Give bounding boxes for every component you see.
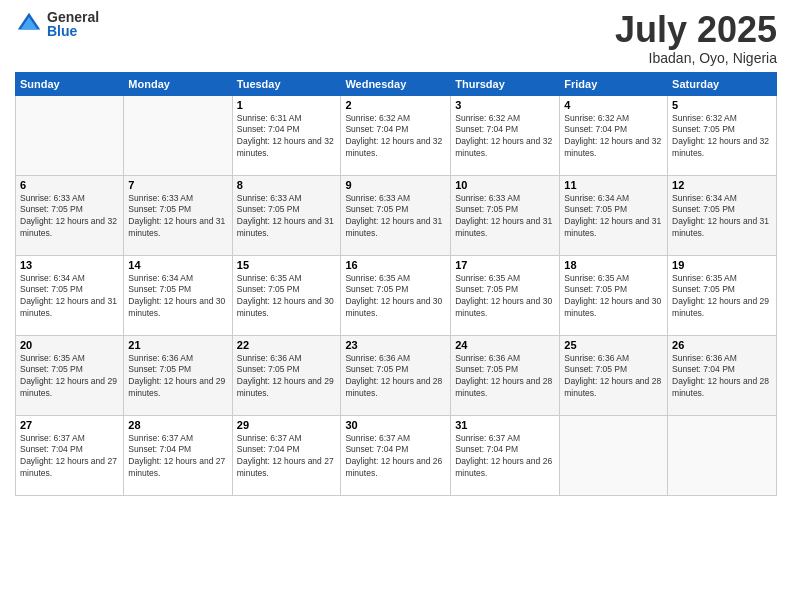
day-number: 16	[345, 259, 446, 271]
calendar-cell: 28Sunrise: 6:37 AM Sunset: 7:04 PM Dayli…	[124, 415, 232, 495]
calendar-cell: 8Sunrise: 6:33 AM Sunset: 7:05 PM Daylig…	[232, 175, 341, 255]
calendar-week-3: 13Sunrise: 6:34 AM Sunset: 7:05 PM Dayli…	[16, 255, 777, 335]
day-number: 1	[237, 99, 337, 111]
day-info: Sunrise: 6:31 AM Sunset: 7:04 PM Dayligh…	[237, 113, 337, 161]
col-sunday: Sunday	[16, 72, 124, 95]
day-info: Sunrise: 6:32 AM Sunset: 7:05 PM Dayligh…	[672, 113, 772, 161]
calendar-cell: 18Sunrise: 6:35 AM Sunset: 7:05 PM Dayli…	[560, 255, 668, 335]
day-info: Sunrise: 6:33 AM Sunset: 7:05 PM Dayligh…	[20, 193, 119, 241]
calendar-cell: 14Sunrise: 6:34 AM Sunset: 7:05 PM Dayli…	[124, 255, 232, 335]
day-number: 6	[20, 179, 119, 191]
calendar-cell: 31Sunrise: 6:37 AM Sunset: 7:04 PM Dayli…	[451, 415, 560, 495]
day-number: 19	[672, 259, 772, 271]
day-number: 4	[564, 99, 663, 111]
col-monday: Monday	[124, 72, 232, 95]
day-info: Sunrise: 6:32 AM Sunset: 7:04 PM Dayligh…	[455, 113, 555, 161]
day-number: 3	[455, 99, 555, 111]
day-number: 22	[237, 339, 337, 351]
day-number: 21	[128, 339, 227, 351]
day-number: 5	[672, 99, 772, 111]
day-number: 26	[672, 339, 772, 351]
day-info: Sunrise: 6:34 AM Sunset: 7:05 PM Dayligh…	[20, 273, 119, 321]
day-info: Sunrise: 6:37 AM Sunset: 7:04 PM Dayligh…	[237, 433, 337, 481]
calendar-cell: 16Sunrise: 6:35 AM Sunset: 7:05 PM Dayli…	[341, 255, 451, 335]
day-number: 15	[237, 259, 337, 271]
day-info: Sunrise: 6:34 AM Sunset: 7:05 PM Dayligh…	[564, 193, 663, 241]
day-number: 9	[345, 179, 446, 191]
header: General Blue July 2025 Ibadan, Oyo, Nige…	[15, 10, 777, 66]
col-saturday: Saturday	[668, 72, 777, 95]
calendar-cell: 6Sunrise: 6:33 AM Sunset: 7:05 PM Daylig…	[16, 175, 124, 255]
calendar-cell: 22Sunrise: 6:36 AM Sunset: 7:05 PM Dayli…	[232, 335, 341, 415]
calendar-cell: 25Sunrise: 6:36 AM Sunset: 7:05 PM Dayli…	[560, 335, 668, 415]
day-number: 13	[20, 259, 119, 271]
title-block: July 2025 Ibadan, Oyo, Nigeria	[615, 10, 777, 66]
calendar-cell	[16, 95, 124, 175]
day-number: 12	[672, 179, 772, 191]
day-number: 27	[20, 419, 119, 431]
col-friday: Friday	[560, 72, 668, 95]
day-info: Sunrise: 6:35 AM Sunset: 7:05 PM Dayligh…	[20, 353, 119, 401]
day-info: Sunrise: 6:36 AM Sunset: 7:04 PM Dayligh…	[672, 353, 772, 401]
logo-blue: Blue	[47, 24, 99, 38]
day-number: 7	[128, 179, 227, 191]
day-number: 18	[564, 259, 663, 271]
calendar-cell: 30Sunrise: 6:37 AM Sunset: 7:04 PM Dayli…	[341, 415, 451, 495]
day-info: Sunrise: 6:36 AM Sunset: 7:05 PM Dayligh…	[564, 353, 663, 401]
col-wednesday: Wednesday	[341, 72, 451, 95]
calendar-cell: 24Sunrise: 6:36 AM Sunset: 7:05 PM Dayli…	[451, 335, 560, 415]
day-number: 23	[345, 339, 446, 351]
calendar-cell: 1Sunrise: 6:31 AM Sunset: 7:04 PM Daylig…	[232, 95, 341, 175]
day-info: Sunrise: 6:33 AM Sunset: 7:05 PM Dayligh…	[237, 193, 337, 241]
calendar-cell: 15Sunrise: 6:35 AM Sunset: 7:05 PM Dayli…	[232, 255, 341, 335]
calendar-cell: 11Sunrise: 6:34 AM Sunset: 7:05 PM Dayli…	[560, 175, 668, 255]
day-info: Sunrise: 6:33 AM Sunset: 7:05 PM Dayligh…	[345, 193, 446, 241]
calendar-cell: 19Sunrise: 6:35 AM Sunset: 7:05 PM Dayli…	[668, 255, 777, 335]
calendar-week-1: 1Sunrise: 6:31 AM Sunset: 7:04 PM Daylig…	[16, 95, 777, 175]
day-number: 2	[345, 99, 446, 111]
logo-icon	[15, 10, 43, 38]
calendar-cell: 13Sunrise: 6:34 AM Sunset: 7:05 PM Dayli…	[16, 255, 124, 335]
col-thursday: Thursday	[451, 72, 560, 95]
calendar-cell	[668, 415, 777, 495]
day-number: 14	[128, 259, 227, 271]
day-number: 17	[455, 259, 555, 271]
day-info: Sunrise: 6:34 AM Sunset: 7:05 PM Dayligh…	[128, 273, 227, 321]
calendar-cell: 3Sunrise: 6:32 AM Sunset: 7:04 PM Daylig…	[451, 95, 560, 175]
calendar-cell: 5Sunrise: 6:32 AM Sunset: 7:05 PM Daylig…	[668, 95, 777, 175]
day-number: 30	[345, 419, 446, 431]
calendar-cell: 26Sunrise: 6:36 AM Sunset: 7:04 PM Dayli…	[668, 335, 777, 415]
logo-general: General	[47, 10, 99, 24]
day-info: Sunrise: 6:37 AM Sunset: 7:04 PM Dayligh…	[345, 433, 446, 481]
day-number: 24	[455, 339, 555, 351]
day-info: Sunrise: 6:33 AM Sunset: 7:05 PM Dayligh…	[455, 193, 555, 241]
calendar-cell: 20Sunrise: 6:35 AM Sunset: 7:05 PM Dayli…	[16, 335, 124, 415]
day-info: Sunrise: 6:36 AM Sunset: 7:05 PM Dayligh…	[455, 353, 555, 401]
day-info: Sunrise: 6:36 AM Sunset: 7:05 PM Dayligh…	[128, 353, 227, 401]
calendar-cell: 21Sunrise: 6:36 AM Sunset: 7:05 PM Dayli…	[124, 335, 232, 415]
calendar-cell	[124, 95, 232, 175]
logo: General Blue	[15, 10, 99, 38]
day-number: 31	[455, 419, 555, 431]
calendar: Sunday Monday Tuesday Wednesday Thursday…	[15, 72, 777, 496]
location: Ibadan, Oyo, Nigeria	[615, 50, 777, 66]
calendar-cell: 17Sunrise: 6:35 AM Sunset: 7:05 PM Dayli…	[451, 255, 560, 335]
day-number: 25	[564, 339, 663, 351]
calendar-cell: 12Sunrise: 6:34 AM Sunset: 7:05 PM Dayli…	[668, 175, 777, 255]
day-info: Sunrise: 6:35 AM Sunset: 7:05 PM Dayligh…	[564, 273, 663, 321]
calendar-cell: 4Sunrise: 6:32 AM Sunset: 7:04 PM Daylig…	[560, 95, 668, 175]
calendar-cell	[560, 415, 668, 495]
calendar-cell: 29Sunrise: 6:37 AM Sunset: 7:04 PM Dayli…	[232, 415, 341, 495]
day-info: Sunrise: 6:37 AM Sunset: 7:04 PM Dayligh…	[128, 433, 227, 481]
calendar-header-row: Sunday Monday Tuesday Wednesday Thursday…	[16, 72, 777, 95]
page-container: General Blue July 2025 Ibadan, Oyo, Nige…	[0, 0, 792, 506]
calendar-cell: 2Sunrise: 6:32 AM Sunset: 7:04 PM Daylig…	[341, 95, 451, 175]
logo-text: General Blue	[47, 10, 99, 38]
day-info: Sunrise: 6:35 AM Sunset: 7:05 PM Dayligh…	[672, 273, 772, 321]
day-info: Sunrise: 6:33 AM Sunset: 7:05 PM Dayligh…	[128, 193, 227, 241]
day-number: 28	[128, 419, 227, 431]
day-info: Sunrise: 6:35 AM Sunset: 7:05 PM Dayligh…	[237, 273, 337, 321]
day-info: Sunrise: 6:35 AM Sunset: 7:05 PM Dayligh…	[345, 273, 446, 321]
calendar-week-2: 6Sunrise: 6:33 AM Sunset: 7:05 PM Daylig…	[16, 175, 777, 255]
month-title: July 2025	[615, 10, 777, 50]
